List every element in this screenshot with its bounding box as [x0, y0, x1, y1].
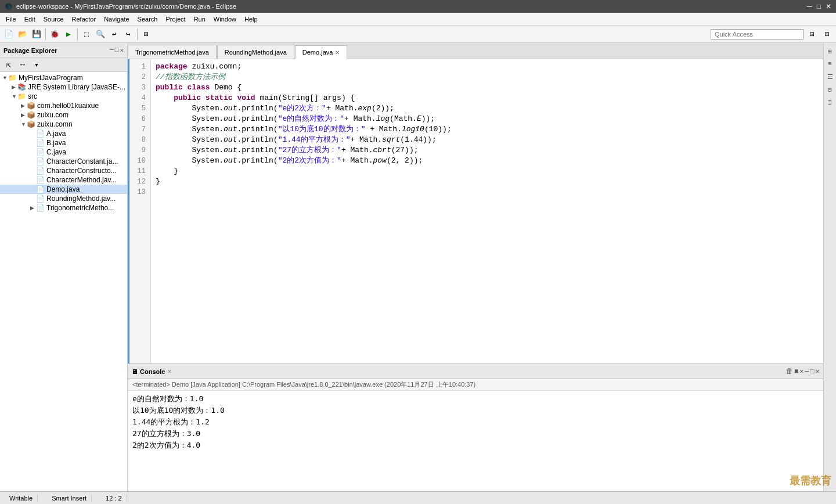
- toolbar-btn-5[interactable]: ↩: [108, 28, 121, 41]
- editor-tab[interactable]: Demo.java✕: [295, 45, 348, 59]
- tree-item[interactable]: 📄CharacterMethod.jav...: [0, 175, 127, 185]
- tree-icon: 📄: [36, 176, 45, 184]
- open-button[interactable]: 📂: [16, 28, 29, 41]
- link-editor[interactable]: ↔: [16, 59, 29, 71]
- menu-search[interactable]: Search: [134, 15, 161, 24]
- code-line: //指数函数方法示例: [156, 72, 819, 82]
- tree-item[interactable]: ▼📁MyFirstJavaProgram: [0, 73, 127, 82]
- maximize-button[interactable]: □: [817, 2, 821, 10]
- tree-label: B.java: [46, 139, 66, 147]
- tree-icon: 📁: [8, 74, 17, 82]
- menu-edit[interactable]: Edit: [21, 15, 39, 24]
- line-number: 7: [132, 124, 146, 135]
- menu-source[interactable]: Source: [40, 15, 67, 24]
- tree-icon: 📄: [36, 129, 45, 138]
- code-line: System.out.println("e的2次方："+ Math.exp(2)…: [156, 103, 819, 114]
- sidebar-close[interactable]: ✕: [120, 46, 124, 54]
- menu-file[interactable]: File: [2, 15, 20, 24]
- debug-button[interactable]: 🐞: [48, 28, 61, 41]
- line-number: 9: [132, 145, 146, 156]
- minimize-button[interactable]: ─: [807, 2, 812, 10]
- editor-tab[interactable]: RoundingMethod.java: [217, 45, 294, 59]
- sidebar-minimize[interactable]: ─: [110, 46, 114, 54]
- toolbar-sep-2: [77, 28, 78, 40]
- menu-window[interactable]: Window: [210, 15, 240, 24]
- line-number: 8: [132, 135, 146, 145]
- toolbar-extra-1[interactable]: ⊡: [806, 28, 819, 41]
- tree-item[interactable]: ▼📦zuixu.comn: [0, 120, 127, 129]
- tree-item[interactable]: 📄B.java: [0, 138, 127, 147]
- console-line: 27的立方根为：3.0: [132, 428, 819, 440]
- menu-refactor[interactable]: Refactor: [69, 15, 100, 24]
- toolbar-extra-2[interactable]: ⊟: [821, 28, 834, 41]
- console-terminate[interactable]: ✕: [799, 367, 803, 376]
- tree-item[interactable]: ▼📁src: [0, 92, 127, 101]
- code-content[interactable]: package zuixu.comn;//指数函数方法示例public clas…: [151, 59, 823, 363]
- tree-icon: 📁: [17, 92, 26, 100]
- save-button[interactable]: 💾: [30, 28, 43, 41]
- sidebar-header: Package Explorer ─ □ ✕: [0, 43, 127, 58]
- right-icon-1[interactable]: ⊞: [824, 45, 836, 57]
- tree-item[interactable]: 📄Demo.java: [0, 185, 127, 194]
- position-status: 12 : 2: [101, 495, 127, 502]
- tree-item[interactable]: 📄CharacterConstructo...: [0, 166, 127, 175]
- line-numbers: 12345678910111213: [128, 59, 151, 363]
- tree-item[interactable]: ▶📦com.hello01kuaixue: [0, 101, 127, 110]
- tree-icon: 📦: [27, 111, 35, 119]
- tree-arrow: ▶: [30, 205, 36, 211]
- tree-label: CharacterConstructo...: [46, 167, 117, 175]
- right-icon-5[interactable]: ≣: [824, 96, 836, 108]
- line-number: 6: [132, 114, 146, 124]
- console-close[interactable]: ✕: [816, 367, 820, 376]
- writable-status: Writable: [5, 495, 38, 502]
- collapse-all[interactable]: ⇱: [2, 59, 15, 71]
- quick-access-input[interactable]: [711, 29, 803, 39]
- active-file-indicator: [128, 59, 129, 363]
- tree-arrow: ▼: [21, 121, 27, 127]
- package-explorer-title: Package Explorer: [3, 47, 57, 54]
- tab-close-icon[interactable]: ✕: [335, 49, 340, 56]
- menu-help[interactable]: Help: [241, 15, 261, 24]
- tree-item[interactable]: 📄CharacterConstant.ja...: [0, 157, 127, 166]
- code-line: System.out.println("2的2次方值为："+ Math.pow(…: [156, 156, 819, 166]
- console-label: Console: [140, 368, 165, 375]
- right-icon-4[interactable]: ⊟: [824, 84, 836, 95]
- tree-icon: 📦: [27, 120, 35, 128]
- perspective-btn[interactable]: ⊞: [140, 28, 153, 41]
- sidebar-maximize[interactable]: □: [115, 46, 119, 54]
- tree-icon: 📄: [36, 157, 45, 165]
- run-button[interactable]: ▶: [62, 28, 75, 41]
- editor-tab[interactable]: TrigonometricMethod.java: [128, 45, 217, 59]
- menu-navigate[interactable]: Navigate: [100, 15, 132, 24]
- tree-label: zuixu.com: [37, 111, 69, 119]
- tree-item[interactable]: ▶📄TrigonometricMetho...: [0, 203, 127, 213]
- tree-label: CharacterConstant.ja...: [46, 157, 118, 165]
- tree-item[interactable]: ▶📚JRE System Library [JavaSE-...: [0, 82, 127, 92]
- new-button[interactable]: 📄: [2, 28, 15, 41]
- console-maximize[interactable]: □: [810, 368, 815, 376]
- toolbar-btn-4[interactable]: 🔍: [94, 28, 107, 41]
- tree-item[interactable]: 📄C.java: [0, 147, 127, 157]
- menu-run[interactable]: Run: [190, 15, 209, 24]
- view-menu[interactable]: ▾: [30, 59, 43, 71]
- tree-icon: 📄: [36, 195, 45, 203]
- toolbar-btn-6[interactable]: ↪: [122, 28, 135, 41]
- right-icon-2[interactable]: ≡: [824, 58, 836, 70]
- tree-item[interactable]: 📄A.java: [0, 129, 127, 138]
- toolbar-right: ⊡ ⊟: [711, 28, 834, 41]
- console-clear[interactable]: 🗑: [786, 367, 793, 376]
- tree-item[interactable]: ▶📦zuixu.com: [0, 110, 127, 120]
- code-editor[interactable]: 12345678910111213 package zuixu.comn;//指…: [128, 59, 823, 363]
- line-number: 5: [132, 103, 146, 114]
- console-stop[interactable]: ■: [794, 368, 798, 376]
- right-icon-3[interactable]: ☰: [824, 71, 836, 82]
- line-number: 11: [132, 166, 146, 177]
- title-bar: 🌑 eclipse-workspace - MyFirstJavaProgram…: [0, 0, 836, 13]
- console-header: 🖥 Console ✕ 🗑 ■ ✕ ─ □ ✕: [128, 364, 823, 379]
- console-output: e的自然对数为：1.0以10为底10的对数为：1.01.44的平方根为：1.22…: [128, 391, 823, 491]
- tree-item[interactable]: 📄RoundingMethod.jav...: [0, 194, 127, 203]
- toolbar-btn-3[interactable]: ⬚: [80, 28, 93, 41]
- menu-project[interactable]: Project: [162, 15, 189, 24]
- close-button[interactable]: ✕: [826, 2, 831, 10]
- console-minimize[interactable]: ─: [805, 368, 809, 376]
